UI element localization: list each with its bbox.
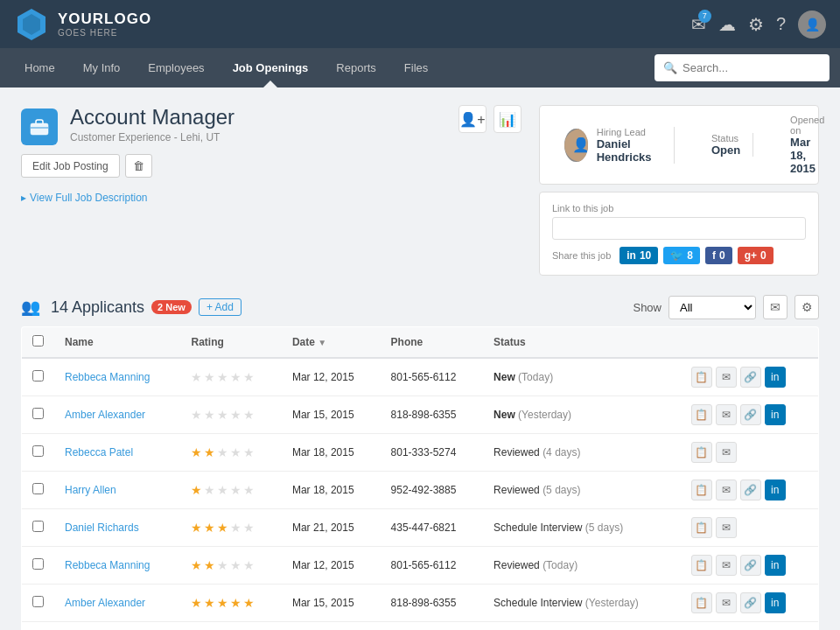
mail-action-button[interactable]: ✉ [716, 592, 737, 613]
doc-action-button[interactable]: 📋 [691, 367, 712, 388]
linkedin-action-button[interactable]: in [765, 367, 786, 388]
facebook-icon: f [712, 249, 716, 262]
row-checkbox[interactable] [32, 483, 44, 494]
linkedin-action-button[interactable]: in [765, 592, 786, 613]
linkedin-action-button[interactable]: in [765, 480, 786, 500]
chart-button[interactable]: 📊 [494, 105, 522, 133]
search-input[interactable] [682, 61, 821, 74]
doc-action-button[interactable]: 📋 [691, 555, 712, 576]
add-person-button[interactable]: 👤+ [458, 105, 486, 133]
table-row: Rebbeca Manning ★★★★★ Mar 12, 2015 801-5… [22, 358, 819, 396]
applicant-name-link[interactable]: Amber Alexander [65, 409, 145, 421]
row-checkbox-cell [22, 584, 55, 622]
hiring-lead-name: Daniel Hendricks [597, 137, 662, 164]
status-time: (Today) [542, 559, 578, 571]
doc-action-button[interactable]: 📋 [691, 480, 712, 500]
link-action-button[interactable]: 🔗 [740, 555, 761, 576]
view-full-description-link[interactable]: ▸ View Full Job Description [21, 192, 148, 204]
row-checkbox-cell [22, 396, 55, 434]
doc-action-button[interactable]: 📋 [691, 517, 712, 538]
star-rating: ★★★★★ [191, 370, 270, 384]
select-all-checkbox[interactable] [32, 335, 44, 346]
nav-job-openings[interactable]: Job Openings [219, 48, 323, 88]
mail-action-button[interactable]: ✉ [716, 480, 737, 500]
row-actions-cell: 📋✉ [681, 622, 819, 631]
facebook-share-button[interactable]: f 0 [705, 247, 732, 264]
row-checkbox[interactable] [32, 596, 44, 607]
nav-files[interactable]: Files [390, 48, 442, 88]
link-action-button[interactable]: 🔗 [740, 480, 761, 500]
nav-myinfo[interactable]: My Info [69, 48, 135, 88]
applicant-name-link[interactable]: Rebecca Patel [65, 446, 133, 458]
row-checkbox-cell [22, 622, 55, 631]
header-rating: Rating [180, 327, 281, 359]
row-phone: 801-333-5274 [381, 434, 483, 472]
applicant-name-link[interactable]: Rebbeca Manning [65, 559, 150, 571]
row-rating: ★★★★★ [180, 358, 281, 396]
twitter-share-button[interactable]: 🐦 8 [663, 247, 700, 264]
cloud-icon: ☁ [718, 14, 736, 35]
link-action-button[interactable]: 🔗 [740, 592, 761, 613]
link-input[interactable] [552, 217, 806, 240]
row-status: Schedule Interview (5 days) [483, 509, 681, 547]
status-text: Reviewed [494, 484, 540, 496]
cloud-button[interactable]: ☁ [718, 14, 736, 35]
row-checkbox[interactable] [32, 558, 44, 570]
row-phone: 801-333-5274 [381, 622, 483, 631]
nav-reports[interactable]: Reports [322, 48, 390, 88]
row-name: Amber Alexander [54, 396, 180, 434]
row-checkbox-cell [22, 547, 55, 584]
delete-button[interactable]: 🗑 [125, 154, 152, 178]
row-checkbox-cell [22, 358, 55, 396]
nav-home[interactable]: Home [10, 48, 69, 88]
doc-action-button[interactable]: 📋 [691, 442, 712, 463]
row-checkbox[interactable] [32, 370, 44, 382]
mail-action-button[interactable]: ✉ [716, 404, 737, 425]
header-name: Name [54, 327, 180, 359]
table-row: Amber Alexander ★★★★★ Mar 15, 2015 818-8… [22, 396, 819, 434]
star-filled: ★ [204, 521, 215, 535]
mail-action-button[interactable]: ✉ [716, 442, 737, 463]
notifications-button[interactable]: ✉ 7 [691, 14, 706, 35]
star-filled: ★ [217, 596, 228, 610]
hiring-lead: 👤 Hiring Lead Daniel Hendricks [552, 127, 675, 164]
row-checkbox[interactable] [32, 408, 44, 419]
linkedin-action-button[interactable]: in [765, 404, 786, 425]
mail-action-button[interactable]: ✉ [716, 367, 737, 388]
settings-button[interactable]: ⚙ [748, 14, 764, 35]
mail-action-button[interactable]: ✉ [716, 517, 737, 538]
star-empty: ★ [230, 370, 242, 384]
header-date[interactable]: Date ▼ [282, 327, 381, 359]
applicant-name-link[interactable]: Rebbeca Manning [65, 371, 150, 383]
email-action-button[interactable]: ✉ [763, 295, 788, 319]
new-badge: 2 New [151, 300, 192, 314]
twitter-count: 8 [687, 249, 693, 262]
row-checkbox[interactable] [32, 521, 44, 532]
link-action-button[interactable]: 🔗 [740, 404, 761, 425]
googleplus-share-button[interactable]: g+ 0 [738, 247, 774, 264]
nav-employees[interactable]: Employees [134, 48, 218, 88]
doc-action-button[interactable]: 📋 [691, 404, 712, 425]
edit-job-posting-button[interactable]: Edit Job Posting [21, 154, 120, 178]
row-actions: 📋✉ [691, 442, 808, 463]
applicant-name-link[interactable]: Amber Alexander [65, 597, 145, 609]
applicant-name-link[interactable]: Harry Allen [65, 484, 116, 496]
row-actions-cell: 📋✉ [681, 434, 819, 472]
linkedin-action-button[interactable]: in [765, 555, 786, 576]
doc-action-button[interactable]: 📋 [691, 592, 712, 613]
view-desc-label: View Full Job Description [30, 192, 148, 204]
help-button[interactable]: ? [776, 14, 786, 34]
show-select[interactable]: All New Reviewed Scheduled Hired [668, 296, 756, 319]
mail-action-button[interactable]: ✉ [716, 555, 737, 576]
link-action-button[interactable]: 🔗 [740, 367, 761, 388]
star-rating: ★★★★★ [191, 445, 270, 459]
user-avatar[interactable]: 👤 [798, 10, 826, 38]
status-time: (Yesterday) [518, 409, 571, 421]
linkedin-share-button[interactable]: in 10 [620, 247, 658, 264]
star-rating: ★★★★★ [191, 408, 270, 422]
applicant-name-link[interactable]: Daniel Richards [65, 522, 139, 534]
add-applicant-link[interactable]: + Add [199, 298, 242, 316]
row-date: Mar 15, 2015 [282, 584, 381, 622]
row-checkbox[interactable] [32, 445, 44, 457]
settings-action-button[interactable]: ⚙ [794, 295, 819, 319]
